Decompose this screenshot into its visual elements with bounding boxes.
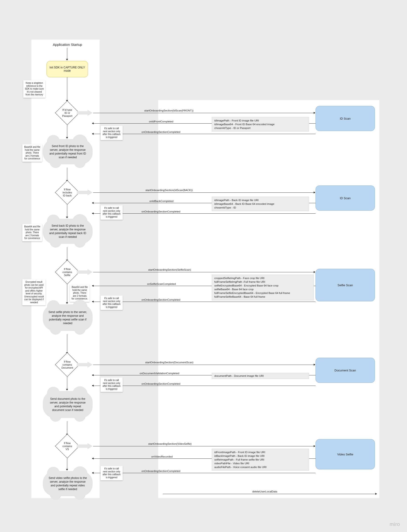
arrow-right-icon bbox=[314, 192, 315, 193]
cloud-back-id: Send back ID photo to the server, analyz… bbox=[43, 219, 93, 244]
flow-arrow-icon bbox=[77, 443, 93, 449]
document-scan-box: Document Scan bbox=[316, 358, 375, 383]
connector bbox=[67, 77, 67, 101]
data-document: documentPath - Document image file URI bbox=[212, 373, 309, 379]
id-scan-box-back: ID Scan bbox=[316, 186, 375, 211]
flow-arrow-icon bbox=[77, 189, 93, 196]
data-line: videoPathFile - Video file URI bbox=[214, 462, 306, 465]
arrow-left-icon bbox=[92, 385, 94, 387]
arrow-left-icon bbox=[92, 301, 94, 303]
sticky-safe-2: It's safe to call next section only afte… bbox=[101, 205, 123, 220]
connector bbox=[93, 458, 212, 459]
data-line: chosenIdType - ID bbox=[214, 206, 306, 210]
id-scan-label: ID Scan bbox=[340, 117, 351, 120]
data-line: idImageBase64 - Back ID Base 64 encoded … bbox=[214, 202, 306, 206]
arrow-down-icon bbox=[66, 469, 68, 470]
sticky-encrypted: Encrypted result photo can be used for e… bbox=[22, 279, 46, 305]
connector bbox=[93, 302, 316, 302]
cloud-label: Send selfie photo to the server, analyze… bbox=[48, 310, 87, 325]
data-line: idBackImagePath - Back ID image file URI bbox=[214, 454, 306, 458]
arrow-down-icon bbox=[66, 389, 68, 391]
connector bbox=[93, 123, 212, 124]
arrow-right-icon bbox=[314, 271, 315, 273]
cloud-label: Send front ID photo to the server, analy… bbox=[48, 144, 87, 159]
connector bbox=[309, 123, 316, 124]
arrow-left-icon bbox=[92, 458, 94, 459]
sticky-safe-4: It's safe to call next section only afte… bbox=[101, 377, 123, 392]
cloud-video-selfie: Send video selfie photos to the server, … bbox=[43, 471, 93, 496]
sticky-safe-3: It's safe to call next section only afte… bbox=[101, 296, 123, 310]
data-line: idImageBase64 - Front ID Base 64 encoded… bbox=[214, 122, 306, 126]
data-line: idFrontImagePath - Front ID image file U… bbox=[214, 450, 306, 454]
miro-logo: miro bbox=[390, 521, 400, 527]
arrow-left-icon bbox=[92, 202, 94, 204]
connector bbox=[93, 272, 314, 272]
cloud-document: Send document photo to the server, analy… bbox=[43, 391, 93, 418]
connector bbox=[67, 334, 67, 353]
callback-video-recorded: onVideoRecorded bbox=[151, 455, 173, 458]
connector bbox=[93, 192, 314, 193]
data-line: documentPath - Document image file URI bbox=[214, 374, 306, 378]
init-sdk-node: Init SDK in CAPTURE ONLY mode bbox=[47, 61, 88, 77]
connector bbox=[93, 213, 316, 214]
data-video: idFrontImagePath - Front ID image file U… bbox=[212, 449, 309, 470]
arrow-down-icon bbox=[66, 137, 68, 139]
arrow-down-icon bbox=[66, 302, 68, 304]
connector bbox=[93, 203, 212, 203]
sticky-base64-selfie: Base64 and file hold the same photo. The… bbox=[70, 284, 90, 302]
connector bbox=[309, 458, 316, 459]
data-selfie: croppedSelfieImgPath - Face crop file UR… bbox=[212, 275, 314, 300]
arrow-right-icon bbox=[314, 445, 315, 447]
cloud-label: Send document photo to the server, analy… bbox=[48, 397, 87, 412]
callback-document-completed: onDocumentValidationCompleted bbox=[140, 372, 179, 375]
start-label: Application Startup bbox=[49, 43, 86, 47]
cloud-label: Send back ID photo to the server, analyz… bbox=[48, 224, 87, 239]
connector bbox=[93, 473, 316, 473]
callback-section-completed-2: onOnboardingSectionCompleted bbox=[141, 210, 180, 213]
callback-section-completed-4: onOnboardingSectionCompleted bbox=[141, 382, 180, 385]
data-front-id: idImagePath - Front ID image file URI id… bbox=[212, 117, 309, 132]
arrow-down-icon bbox=[66, 217, 68, 218]
data-line: idImagePath - Back ID image file URI bbox=[214, 198, 306, 202]
connector bbox=[67, 247, 67, 260]
sticky-base64-back: Base64 and file hold the same photo. The… bbox=[22, 224, 42, 241]
flow-arrow-icon bbox=[77, 362, 93, 368]
data-line: chosenIdType - ID or Passport bbox=[214, 126, 306, 130]
data-line: selfieImagePath - Full frame selfie file… bbox=[214, 458, 306, 462]
connector bbox=[67, 421, 67, 434]
sticky-base64-front: Base64 and file hold the same photo. The… bbox=[22, 144, 42, 162]
arrow-left-icon bbox=[92, 472, 94, 474]
connector bbox=[93, 113, 314, 113]
data-line: selfieEncryptedBase64 - Encrypted Base 6… bbox=[214, 284, 311, 287]
selfie-scan-box: Selfie Scan bbox=[316, 269, 375, 301]
connector bbox=[93, 365, 314, 365]
call-start-front: startOnboardingSection(IdScan(FRONT)) bbox=[144, 109, 194, 112]
sticky-safe-1: It's safe to call next section only afte… bbox=[101, 126, 123, 140]
flowchart-canvas: Application Startup Init SDK in CAPTURE … bbox=[0, 0, 407, 532]
callback-back-completed: onIdBackCompleted bbox=[149, 200, 174, 203]
connector bbox=[67, 458, 67, 469]
arrow-left-icon bbox=[92, 122, 94, 124]
video-selfie-label: Video Selfie bbox=[337, 453, 353, 456]
arrow-right-icon bbox=[375, 493, 377, 495]
sticky-safe-5: It's safe to call next section only afte… bbox=[101, 466, 123, 480]
data-line: idImagePath - Front ID image file URI bbox=[214, 119, 306, 122]
id-scan-back-label: ID Scan bbox=[340, 196, 351, 200]
callback-selfie-completed: onSelfieScanCompleted bbox=[147, 282, 176, 285]
data-line: fullFrameSelfieImgPath -Full frame file … bbox=[214, 280, 311, 284]
connector bbox=[93, 286, 212, 286]
call-start-video: startOnboardingSection(VideoSelfie) bbox=[148, 442, 192, 445]
data-line: fullFrameSelfieEncryptedBase64 - Encrypt… bbox=[214, 291, 311, 295]
arrow-right-icon bbox=[314, 364, 315, 366]
video-selfie-box: Video Selfie bbox=[316, 439, 375, 469]
arrow-left-icon bbox=[92, 133, 94, 135]
arrow-down-icon bbox=[66, 59, 68, 61]
arrow-left-icon bbox=[92, 374, 94, 376]
connector bbox=[67, 48, 67, 59]
call-delete: deleteUserLocalData bbox=[252, 490, 277, 493]
selfie-scan-label: Selfie Scan bbox=[338, 283, 353, 287]
callback-section-completed-1: onOnboardingSectionCompleted bbox=[141, 131, 180, 133]
cloud-label: Send video selfie photos to the server, … bbox=[48, 476, 87, 491]
connector bbox=[93, 134, 316, 134]
data-line: fullFrameSelfieBase64 - Base 64 full fra… bbox=[214, 295, 311, 298]
